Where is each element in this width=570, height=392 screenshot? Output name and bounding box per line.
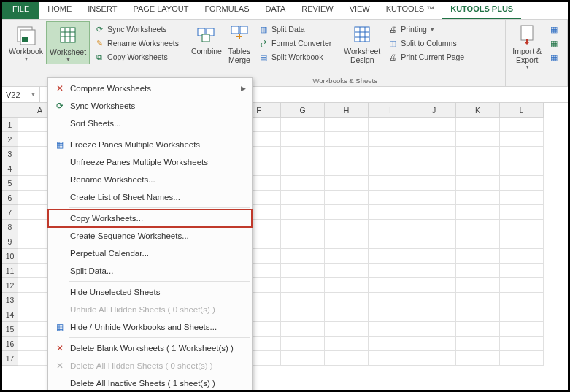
column-header[interactable]: K xyxy=(456,103,500,118)
cell[interactable] xyxy=(500,293,544,307)
cell[interactable] xyxy=(281,351,325,366)
cell[interactable] xyxy=(412,118,456,132)
row-header[interactable]: 13 xyxy=(2,293,18,307)
cell[interactable] xyxy=(412,293,456,307)
cell[interactable] xyxy=(500,161,544,176)
row-header[interactable]: 3 xyxy=(2,147,18,161)
row-header[interactable]: 10 xyxy=(2,249,18,264)
cell[interactable] xyxy=(281,118,325,132)
cell[interactable] xyxy=(325,307,369,322)
cell[interactable] xyxy=(412,220,456,234)
menu-perpetual-calendar[interactable]: Perpetual Calendar... xyxy=(48,245,252,262)
menu-sort-sheets[interactable]: Sort Sheets... xyxy=(48,115,252,132)
copy-worksheets-button[interactable]: ⧉Copy Worksheets xyxy=(91,50,181,64)
menu-rename-worksheets[interactable]: Rename Worksheets... xyxy=(48,171,252,188)
cell[interactable] xyxy=(456,351,500,366)
cell[interactable] xyxy=(412,264,456,278)
cell[interactable] xyxy=(325,293,369,307)
cell[interactable] xyxy=(325,161,369,176)
cell[interactable] xyxy=(369,234,412,249)
tab-page-layout[interactable]: PAGE LAYOUT xyxy=(125,2,196,19)
cell[interactable] xyxy=(412,147,456,161)
cell[interactable] xyxy=(281,293,325,307)
cell[interactable] xyxy=(281,176,325,191)
sync-worksheets-button[interactable]: ⟳Sync Worksheets xyxy=(91,23,181,36)
workbook-button[interactable]: Workbook ▼ xyxy=(6,21,46,63)
row-header[interactable]: 8 xyxy=(2,220,18,234)
cell[interactable] xyxy=(456,322,500,337)
column-header[interactable]: G xyxy=(281,103,325,118)
cell[interactable] xyxy=(369,205,412,220)
cell[interactable] xyxy=(325,220,369,234)
cell[interactable] xyxy=(456,205,500,220)
worksheet-button[interactable]: Worksheet ▼ xyxy=(46,21,90,64)
cell[interactable] xyxy=(456,234,500,249)
import-export-button[interactable]: Import & Export ▼ xyxy=(509,21,544,72)
split-workbook-button[interactable]: ▤Split Workbook xyxy=(255,50,334,64)
split-to-columns-button[interactable]: ◫Split to Columns xyxy=(385,36,466,50)
cell[interactable] xyxy=(281,234,325,249)
cell[interactable] xyxy=(412,161,456,176)
cell[interactable] xyxy=(412,176,456,191)
menu-delete-blank-worksheets[interactable]: ✕Delete Blank Worksheets ( 1 Worksheet(s… xyxy=(48,339,252,357)
cell[interactable] xyxy=(412,337,456,351)
row-header[interactable]: 4 xyxy=(2,161,18,176)
cell[interactable] xyxy=(500,249,544,264)
cell[interactable] xyxy=(500,220,544,234)
cell[interactable] xyxy=(500,191,544,205)
cell[interactable] xyxy=(281,220,325,234)
tab-insert[interactable]: INSERT xyxy=(80,2,125,19)
cell[interactable] xyxy=(369,249,412,264)
cell[interactable] xyxy=(281,249,325,264)
cell[interactable] xyxy=(369,118,412,132)
row-header[interactable]: 11 xyxy=(2,264,18,278)
cell[interactable] xyxy=(412,205,456,220)
cell[interactable] xyxy=(412,249,456,264)
cell[interactable] xyxy=(456,220,500,234)
menu-split-data[interactable]: Split Data... xyxy=(48,262,252,280)
cell[interactable] xyxy=(456,118,500,132)
cell[interactable] xyxy=(369,191,412,205)
cell[interactable] xyxy=(325,278,369,293)
cell[interactable] xyxy=(456,249,500,264)
cell[interactable] xyxy=(325,351,369,366)
tab-data[interactable]: DATA xyxy=(258,2,294,19)
ribbon-extra-row1[interactable]: ▦ xyxy=(546,23,562,36)
cell[interactable] xyxy=(369,337,412,351)
cell[interactable] xyxy=(456,293,500,307)
tab-view[interactable]: VIEW xyxy=(342,2,378,19)
row-header[interactable]: 1 xyxy=(2,118,18,132)
cell[interactable] xyxy=(500,264,544,278)
menu-unfreeze-panes[interactable]: Unfreeze Panes Multiple Worksheets xyxy=(48,153,252,171)
cell[interactable] xyxy=(500,234,544,249)
cell[interactable] xyxy=(456,132,500,147)
split-data-button[interactable]: ▥Split Data xyxy=(255,23,334,36)
column-header[interactable]: L xyxy=(500,103,544,118)
row-header[interactable]: 14 xyxy=(2,307,18,322)
tables-merge-button[interactable]: Tables Merge xyxy=(225,21,254,66)
select-all-corner[interactable] xyxy=(2,103,18,118)
cell[interactable] xyxy=(456,147,500,161)
menu-freeze-panes[interactable]: ▦Freeze Panes Multiple Worksheets xyxy=(48,136,252,153)
menu-sync-worksheets[interactable]: ⟳Sync Worksheets xyxy=(48,97,252,115)
cell[interactable] xyxy=(325,249,369,264)
tab-review[interactable]: REVIEW xyxy=(293,2,341,19)
print-current-page-button[interactable]: 🖨Print Current Page xyxy=(385,50,466,64)
cell[interactable] xyxy=(281,337,325,351)
row-header[interactable]: 16 xyxy=(2,337,18,351)
row-header[interactable]: 15 xyxy=(2,322,18,337)
cell[interactable] xyxy=(281,147,325,161)
cell[interactable] xyxy=(369,293,412,307)
cell[interactable] xyxy=(456,307,500,322)
cell[interactable] xyxy=(325,118,369,132)
menu-copy-worksheets[interactable]: Copy Worksheets... xyxy=(48,210,252,227)
printing-button[interactable]: 🖨Printing▼ xyxy=(385,23,466,36)
cell[interactable] xyxy=(412,351,456,366)
cell[interactable] xyxy=(500,278,544,293)
cell[interactable] xyxy=(281,132,325,147)
cell[interactable] xyxy=(369,132,412,147)
tab-formulas[interactable]: FORMULAS xyxy=(196,2,257,19)
rename-worksheets-button[interactable]: ✎Rename Worksheets xyxy=(91,36,181,50)
tab-kutools[interactable]: KUTOOLS ™ xyxy=(378,2,442,19)
cell[interactable] xyxy=(369,307,412,322)
